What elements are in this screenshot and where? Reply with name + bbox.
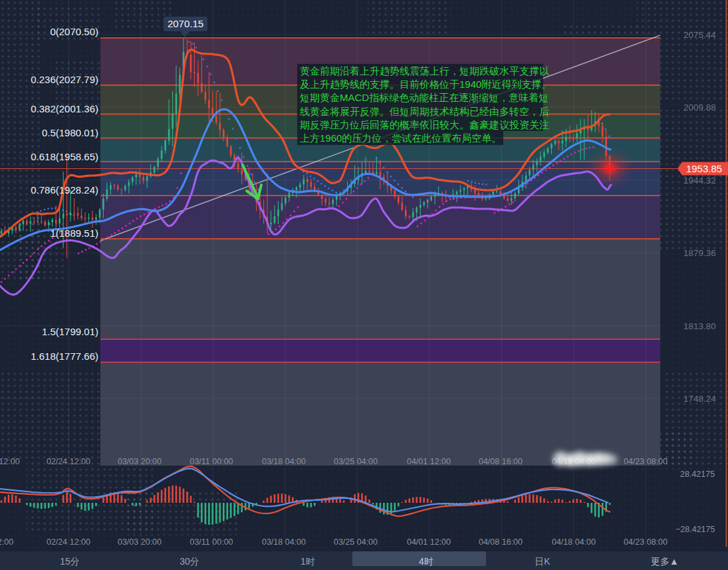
svg-text:更多▲: 更多▲ — [651, 556, 679, 567]
svg-text:30分: 30分 — [180, 556, 199, 567]
svg-text:1879.36: 1879.36 — [683, 248, 716, 258]
svg-text:−28.42175: −28.42175 — [675, 525, 715, 534]
svg-text:15分: 15分 — [60, 556, 80, 567]
svg-text:04/18 04:00: 04/18 04:00 — [552, 537, 596, 547]
svg-text:0.382(2001.36): 0.382(2001.36) — [31, 103, 98, 114]
svg-text:28.42175: 28.42175 — [680, 470, 715, 479]
svg-text:04/23 08:00: 04/23 08:00 — [624, 457, 667, 466]
svg-text:黄金前期沿着上升趋势线震荡上行，短期跌破水平支撑以: 黄金前期沿着上升趋势线震荡上行，短期跌破水平支撑以 — [300, 65, 550, 76]
svg-text:12:00: 12:00 — [0, 457, 20, 466]
svg-text:04/01 12:00: 04/01 12:00 — [407, 537, 451, 547]
svg-text:2070.15: 2070.15 — [168, 18, 203, 29]
svg-text:0.786(1928.24): 0.786(1928.24) — [31, 184, 98, 196]
svg-text:03/18 04:00: 03/18 04:00 — [262, 457, 306, 466]
svg-text:1时: 1时 — [301, 556, 315, 567]
svg-text:04/01 12:00: 04/01 12:00 — [407, 457, 451, 466]
svg-text:0.618(1958.65): 0.618(1958.65) — [31, 151, 98, 162]
svg-text:0.5(1980.01): 0.5(1980.01) — [42, 127, 98, 138]
svg-text:04/08 16:00: 04/08 16:00 — [479, 537, 523, 547]
svg-text:1.5(1799.01): 1.5(1799.01) — [42, 326, 98, 337]
svg-text:03/11 00:00: 03/11 00:00 — [189, 537, 233, 547]
svg-text:2009.88: 2009.88 — [683, 102, 716, 112]
svg-text:期反弹压力位后回落的概率依旧较大。鑫豪建议投资关注: 期反弹压力位后回落的概率依旧较大。鑫豪建议投资关注 — [300, 119, 549, 130]
svg-text:1(1889.51): 1(1889.51) — [50, 227, 98, 239]
svg-text:线黄金将展开反弹。但短周期技术结构已经由多转空，后: 线黄金将展开反弹。但短周期技术结构已经由多转空，后 — [300, 106, 549, 117]
svg-text:上方1960的压力位，尝试在此位置布局空单。: 上方1960的压力位，尝试在此位置布局空单。 — [300, 132, 501, 144]
svg-text:04/08 16:00: 04/08 16:00 — [479, 457, 523, 466]
svg-text:2075.44: 2075.44 — [683, 30, 716, 40]
svg-text:02/24 12:00: 02/24 12:00 — [47, 457, 90, 466]
svg-text:03/03 20:00: 03/03 20:00 — [118, 457, 162, 466]
svg-text:03/11 00:00: 03/11 00:00 — [189, 457, 233, 466]
svg-text:03/25 04:00: 03/25 04:00 — [334, 537, 378, 547]
svg-text:02/24 12:00: 02/24 12:00 — [47, 537, 90, 547]
svg-text:03/18 04:00: 03/18 04:00 — [262, 537, 306, 547]
svg-text:4时: 4时 — [419, 556, 433, 567]
svg-text:短期黄金MACD指标绿色动能柱正在逐渐缩短，意味着短: 短期黄金MACD指标绿色动能柱正在逐渐缩短，意味着短 — [300, 92, 548, 103]
svg-text:1748.24: 1748.24 — [683, 394, 716, 404]
svg-text:04/23 08:00: 04/23 08:00 — [624, 537, 667, 547]
svg-text:1944.32: 1944.32 — [683, 176, 716, 186]
svg-text:日K: 日K — [535, 556, 550, 567]
svg-text:0(2070.50): 0(2070.50) — [50, 26, 98, 37]
svg-text:1953.85: 1953.85 — [686, 163, 722, 174]
svg-text:03/03 20:00: 03/03 20:00 — [118, 537, 162, 547]
svg-text:及上升趋势线的支撑。目前价格位于1940附近得到支撑。: 及上升趋势线的支撑。目前价格位于1940附近得到支撑。 — [300, 78, 551, 90]
svg-text:0.236(2027.79): 0.236(2027.79) — [31, 74, 98, 85]
svg-text:1.618(1777.66): 1.618(1777.66) — [31, 351, 98, 362]
svg-text:03/25 04:00: 03/25 04:00 — [334, 457, 378, 466]
svg-text:1813.80: 1813.80 — [683, 321, 716, 331]
svg-text:2:00: 2:00 — [0, 537, 13, 547]
